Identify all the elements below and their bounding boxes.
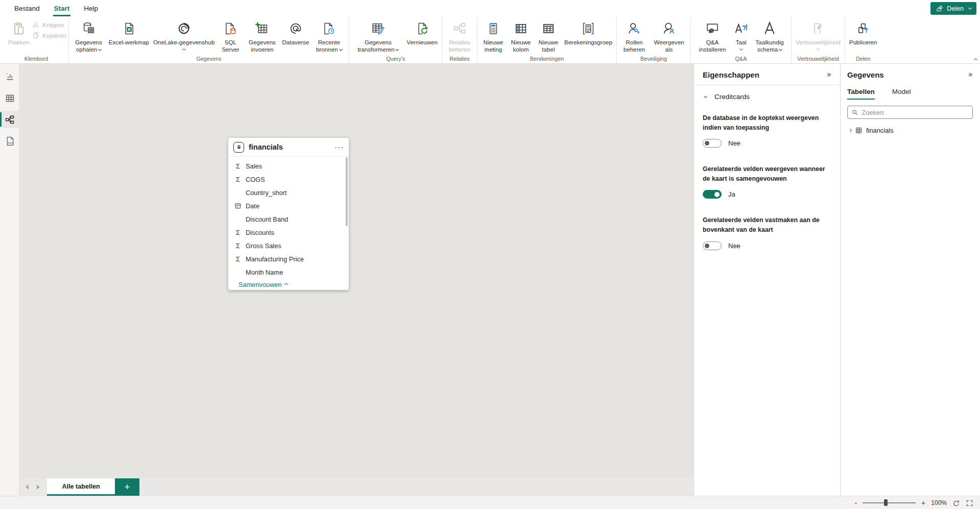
model-canvas[interactable]: financials ··· Σ Sales Σ COGS Country_sh…: [19, 64, 694, 478]
publish-button[interactable]: Publiceren: [847, 18, 879, 47]
field-row[interactable]: Month Name: [228, 265, 349, 279]
new-table-button[interactable]: Nieuwe tabel: [535, 18, 562, 54]
fit-to-screen-icon[interactable]: [966, 499, 973, 507]
enter-data-button[interactable]: Gegevens invoeren: [244, 18, 280, 54]
manage-roles-button[interactable]: Rollen beheren: [619, 18, 650, 54]
tree-item-financials[interactable]: financials: [847, 127, 973, 134]
page-tab-alle-tabellen[interactable]: Alle tabellen: [47, 478, 115, 496]
calculation-group-button[interactable]: Berekeningsgroep: [562, 18, 614, 47]
card-scrollbar[interactable]: [346, 157, 348, 226]
collapse-panel-icon[interactable]: »: [968, 70, 973, 79]
table-card-financials[interactable]: financials ··· Σ Sales Σ COGS Country_sh…: [228, 138, 349, 290]
collapse-panel-icon[interactable]: »: [827, 70, 831, 79]
sql-server-button[interactable]: SQL Server: [217, 18, 244, 54]
field-row[interactable]: Σ Discounts: [228, 226, 349, 239]
properties-section-header[interactable]: Creditcards: [703, 93, 831, 101]
linguistic-schema-label: Taalkundig schema: [752, 39, 787, 53]
new-column-button[interactable]: Nieuwe kolom: [507, 18, 535, 54]
toggle-value: Ja: [728, 190, 735, 198]
status-bar: - + 100%: [0, 496, 980, 509]
zoom-controls: - + 100%: [854, 496, 973, 509]
menu-tab-bestand[interactable]: Bestand: [7, 0, 47, 17]
transform-data-button[interactable]: Gegevens transformeren: [351, 18, 404, 54]
ribbon-group-label: Gegevens: [71, 55, 347, 63]
zoom-out-button[interactable]: -: [854, 499, 857, 507]
language-button[interactable]: Taal: [732, 18, 750, 51]
dataverse-label: Dataverse: [282, 39, 309, 46]
copy-button[interactable]: Kopiëren: [32, 32, 66, 39]
search-box[interactable]: [847, 106, 973, 119]
sidebar-item-model-view[interactable]: [0, 111, 19, 128]
view-as-button[interactable]: Weergeven als: [650, 18, 688, 54]
previous-page-icon[interactable]: [26, 484, 29, 490]
qa-gear-icon: [705, 19, 720, 38]
sidebar-item-dax-view[interactable]: DAX: [0, 132, 19, 150]
cut-button[interactable]: Knippen: [32, 21, 66, 29]
recent-sources-button[interactable]: Recente bronnen: [311, 18, 347, 54]
ribbon-group-gegevens: Gegevens ophalen Excel-werkmap: [69, 17, 350, 63]
collapse-ribbon-icon[interactable]: [974, 58, 977, 62]
add-page-button[interactable]: +: [115, 478, 139, 496]
sidebar-item-report-view[interactable]: [0, 68, 19, 85]
more-options-icon[interactable]: ···: [334, 144, 344, 150]
toggle-show-related-fields-collapsed[interactable]: [703, 190, 722, 199]
share-button[interactable]: Delen: [930, 2, 976, 15]
search-input[interactable]: [862, 109, 969, 116]
onelake-hub-label: OneLake-gegevenshub: [153, 39, 215, 46]
field-row[interactable]: Σ Manufacturing Price: [228, 252, 349, 265]
reset-zoom-icon[interactable]: [952, 499, 960, 507]
qa-setup-label: Q&A installeren: [695, 39, 730, 53]
menu-tab-start[interactable]: Start: [47, 0, 77, 17]
next-page-icon[interactable]: [37, 484, 40, 490]
ribbon-group-berekeningen: Nieuwe meting Nieuwe kolom: [477, 17, 617, 63]
toggle-pin-related-fields[interactable]: [703, 241, 722, 250]
dataverse-button[interactable]: Dataverse: [280, 18, 311, 47]
paste-button[interactable]: Plakken: [6, 18, 31, 47]
database-table-icon: [82, 19, 96, 38]
manage-relationships-label: Relaties beheren: [446, 39, 473, 53]
refresh-button[interactable]: Vernieuwen: [404, 18, 440, 47]
linguistic-schema-button[interactable]: Taalkundig schema: [750, 18, 789, 54]
tab-tabellen[interactable]: Tabellen: [847, 88, 875, 100]
sigma-icon: Σ: [234, 242, 242, 250]
toggle-show-database-header[interactable]: [703, 139, 722, 148]
field-row[interactable]: Σ COGS: [228, 173, 349, 186]
copy-icon: [32, 32, 40, 39]
zoom-in-button[interactable]: +: [921, 499, 925, 507]
menu-tab-help[interactable]: Help: [77, 0, 105, 17]
sidebar-item-table-view[interactable]: [0, 89, 19, 107]
data-panel-tabs: Tabellen Model: [847, 88, 973, 100]
refresh-file-icon: [415, 19, 429, 38]
zoom-slider[interactable]: [863, 502, 916, 503]
ribbon: Plakken Knippen Kopiëren Klembord: [0, 17, 980, 64]
new-measure-button[interactable]: Nieuwe meting: [480, 18, 507, 54]
collapse-card-link[interactable]: Samenvouwen: [228, 281, 349, 288]
ribbon-group-querys: Gegevens transformeren Vernieuwen Query'…: [349, 17, 442, 63]
field-row[interactable]: Country_short: [228, 186, 349, 199]
ribbon-group-delen: Publiceren Delen: [845, 17, 881, 63]
tab-model[interactable]: Model: [892, 88, 911, 100]
table-card-header[interactable]: financials ···: [228, 138, 349, 156]
field-row[interactable]: Discount Band: [228, 212, 349, 226]
sensitivity-button[interactable]: Vertrouwelijkheid: [794, 18, 843, 51]
get-data-button[interactable]: Gegevens ophalen: [71, 18, 107, 54]
manage-relationships-button[interactable]: Relaties beheren: [444, 18, 475, 54]
table-column-icon: [514, 19, 528, 38]
chevron-down-icon: [739, 47, 743, 51]
onelake-hub-button[interactable]: OneLake-gegevenshub: [151, 18, 217, 51]
sql-server-icon: [223, 19, 237, 38]
chevron-down-icon: [704, 94, 707, 98]
field-row[interactable]: Σ Sales: [228, 159, 349, 173]
recent-sources-label: Recente bronnen: [313, 39, 345, 53]
ribbon-group-beveiliging: Rollen beheren Weergeven als Beveiliging: [617, 17, 691, 63]
field-row[interactable]: Date: [228, 199, 349, 212]
excel-workbook-button[interactable]: Excel-werkmap: [107, 18, 151, 47]
ribbon-group-label: Beveiliging: [619, 55, 688, 63]
qa-setup-button[interactable]: Q&A installeren: [693, 18, 732, 54]
model-view-icon: [5, 114, 15, 125]
person-key-icon: [627, 19, 641, 38]
zoom-slider-thumb[interactable]: [884, 499, 888, 506]
ribbon-group-relaties: Relaties beheren Relaties: [442, 17, 477, 63]
field-row[interactable]: Σ Gross Sales: [228, 239, 349, 252]
zoom-percentage[interactable]: 100%: [931, 499, 947, 506]
